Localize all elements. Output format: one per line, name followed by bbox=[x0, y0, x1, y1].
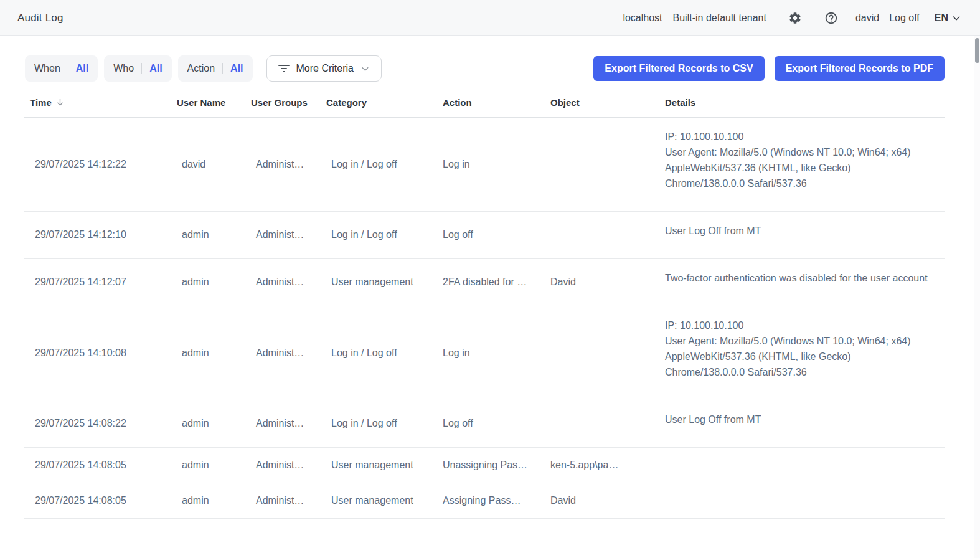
export-csv-button[interactable]: Export Filtered Records to CSV bbox=[593, 56, 764, 81]
details-line: AppleWebKit/537.36 (KHTML, like Gecko) bbox=[665, 349, 941, 364]
language-label: EN bbox=[935, 12, 948, 24]
filter-chip-action[interactable]: Action All bbox=[178, 55, 253, 82]
cell-details: IP: 10.100.10.100User Agent: Mozilla/5.0… bbox=[659, 117, 945, 211]
cell-action: 2FA disabled for … bbox=[436, 258, 544, 306]
cell-action: Log in bbox=[436, 306, 544, 400]
table-row: 29/07/2025 14:10:08 admin Administ… Log … bbox=[24, 306, 945, 400]
settings-icon[interactable] bbox=[787, 10, 803, 26]
cell-time: 29/07/2025 14:10:08 bbox=[24, 306, 171, 400]
column-header-user-groups[interactable]: User Groups bbox=[245, 88, 320, 117]
filter-chip-label: When bbox=[34, 63, 60, 74]
column-header-action[interactable]: Action bbox=[436, 88, 544, 117]
chip-divider bbox=[222, 63, 223, 74]
cell-user-groups: Administ… bbox=[245, 483, 320, 518]
filter-chip-label: Who bbox=[113, 63, 134, 74]
cell-details: IP: 10.100.10.100User Agent: Mozilla/5.0… bbox=[659, 306, 945, 400]
host-label: localhost bbox=[623, 12, 662, 24]
table-row: 29/07/2025 14:12:07 admin Administ… User… bbox=[24, 258, 945, 306]
tenant-label: Built-in default tenant bbox=[673, 12, 766, 24]
cell-time: 29/07/2025 14:08:05 bbox=[24, 483, 171, 518]
cell-category: Log in / Log off bbox=[320, 306, 436, 400]
export-pdf-button[interactable]: Export Filtered Records to PDF bbox=[775, 56, 945, 81]
table-row: 29/07/2025 14:08:05 admin Administ… User… bbox=[24, 483, 945, 518]
cell-object bbox=[544, 211, 659, 258]
vertical-scrollbar[interactable] bbox=[974, 36, 980, 558]
table-row: 29/07/2025 14:08:05 admin Administ… User… bbox=[24, 447, 945, 483]
table-row: 29/07/2025 14:12:10 admin Administ… Log … bbox=[24, 211, 945, 258]
column-header-object[interactable]: Object bbox=[544, 88, 659, 117]
details-line: User Agent: Mozilla/5.0 (Windows NT 10.0… bbox=[665, 144, 941, 160]
cell-time: 29/07/2025 14:08:22 bbox=[24, 400, 171, 447]
cell-action: Unassigning Pas… bbox=[436, 447, 544, 483]
filter-lines-icon bbox=[278, 64, 290, 73]
cell-action: Log in bbox=[436, 117, 544, 211]
cell-object bbox=[544, 117, 659, 211]
chevron-down-icon bbox=[360, 64, 370, 73]
cell-user-name: admin bbox=[171, 258, 245, 306]
filter-toolbar: When All Who All Action All More Criteri… bbox=[25, 55, 945, 82]
scrollbar-thumb[interactable] bbox=[975, 38, 979, 63]
cell-user-name: david bbox=[171, 117, 245, 211]
cell-object: David bbox=[544, 258, 659, 306]
audit-log-table: Time User Name User Groups Category Acti… bbox=[24, 88, 945, 519]
cell-user-name: admin bbox=[171, 306, 245, 400]
more-criteria-button[interactable]: More Criteria bbox=[266, 55, 382, 82]
cell-details bbox=[659, 447, 945, 483]
details-line: User Log Off from MT bbox=[665, 412, 941, 427]
cell-category: User management bbox=[320, 483, 436, 518]
language-selector[interactable]: EN bbox=[935, 12, 961, 24]
cell-object bbox=[544, 400, 659, 447]
details-line: AppleWebKit/537.36 (KHTML, like Gecko) bbox=[665, 160, 941, 176]
cell-object bbox=[544, 306, 659, 400]
cell-category: User management bbox=[320, 447, 436, 483]
cell-details: User Log Off from MT bbox=[659, 400, 945, 447]
cell-object: David bbox=[544, 483, 659, 518]
cell-user-name: admin bbox=[171, 400, 245, 447]
table-row: 29/07/2025 14:08:22 admin Administ… Log … bbox=[24, 400, 945, 447]
details-line: User Log Off from MT bbox=[665, 223, 941, 239]
cell-user-groups: Administ… bbox=[245, 447, 320, 483]
filter-chip-value: All bbox=[76, 63, 88, 74]
cell-user-groups: Administ… bbox=[245, 400, 320, 447]
cell-category: User management bbox=[320, 258, 436, 306]
cell-category: Log in / Log off bbox=[320, 211, 436, 258]
cell-user-groups: Administ… bbox=[245, 258, 320, 306]
cell-user-groups: Administ… bbox=[245, 306, 320, 400]
help-icon[interactable] bbox=[823, 10, 839, 26]
cell-action: Log off bbox=[436, 400, 544, 447]
cell-details: User Log Off from MT bbox=[659, 211, 945, 258]
app-header: Audit Log localhost Built-in default ten… bbox=[0, 0, 980, 36]
cell-time: 29/07/2025 14:12:22 bbox=[24, 117, 171, 211]
sort-descending-icon bbox=[55, 98, 65, 107]
filter-chip-when[interactable]: When All bbox=[25, 55, 98, 82]
column-header-label: Time bbox=[30, 97, 52, 108]
filter-chip-label: Action bbox=[187, 63, 215, 74]
cell-time: 29/07/2025 14:12:07 bbox=[24, 258, 171, 306]
details-line: Chrome/138.0.0.0 Safari/537.36 bbox=[665, 176, 941, 191]
user-label: david bbox=[855, 12, 879, 24]
cell-user-groups: Administ… bbox=[245, 117, 320, 211]
column-header-category[interactable]: Category bbox=[320, 88, 436, 117]
app-header-actions: localhost Built-in default tenant david … bbox=[623, 10, 961, 26]
filter-chip-who[interactable]: Who All bbox=[104, 55, 171, 82]
cell-details bbox=[659, 483, 945, 518]
column-header-user-name[interactable]: User Name bbox=[171, 88, 245, 117]
cell-object: ken-5.app\pa… bbox=[544, 447, 659, 483]
filter-chip-value: All bbox=[149, 63, 162, 74]
cell-user-groups: Administ… bbox=[245, 211, 320, 258]
cell-user-name: admin bbox=[171, 211, 245, 258]
table-row: 29/07/2025 14:12:22 david Administ… Log … bbox=[24, 117, 945, 211]
more-criteria-label: More Criteria bbox=[296, 63, 354, 74]
column-header-details[interactable]: Details bbox=[659, 88, 945, 117]
page-title: Audit Log bbox=[17, 12, 64, 24]
logoff-button[interactable]: Log off bbox=[889, 12, 920, 24]
cell-details: Two-factor authentication was disabled f… bbox=[659, 258, 945, 306]
column-header-time[interactable]: Time bbox=[24, 88, 171, 117]
cell-time: 29/07/2025 14:12:10 bbox=[24, 211, 171, 258]
cell-category: Log in / Log off bbox=[320, 117, 436, 211]
cell-time: 29/07/2025 14:08:05 bbox=[24, 447, 171, 483]
cell-user-name: admin bbox=[171, 483, 245, 518]
chip-divider bbox=[141, 63, 142, 74]
details-line: Two-factor authentication was disabled f… bbox=[665, 270, 941, 286]
table-header: Time User Name User Groups Category Acti… bbox=[24, 88, 945, 117]
